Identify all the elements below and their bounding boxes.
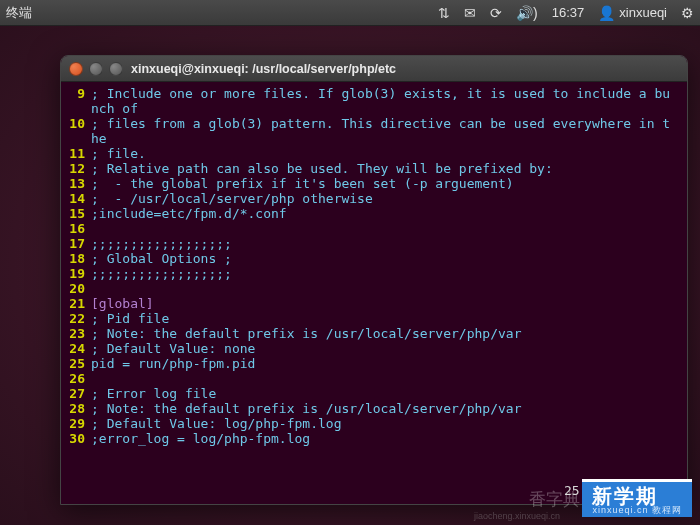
- line-number: 28: [65, 401, 91, 416]
- code-line: 21[global]: [65, 296, 683, 311]
- code-line: 19;;;;;;;;;;;;;;;;;;: [65, 266, 683, 281]
- line-number: [65, 101, 91, 116]
- close-button[interactable]: [69, 62, 83, 76]
- code-text: [global]: [91, 296, 154, 311]
- line-number: 20: [65, 281, 91, 296]
- code-line: he: [65, 131, 683, 146]
- network-icon[interactable]: ⇅: [438, 5, 450, 21]
- line-number: 25: [65, 356, 91, 371]
- code-line: 10; files from a glob(3) pattern. This d…: [65, 116, 683, 131]
- code-text: ;;;;;;;;;;;;;;;;;;: [91, 236, 232, 251]
- code-text: ; Relative path can also be used. They w…: [91, 161, 553, 176]
- line-number: 27: [65, 386, 91, 401]
- code-line: 16: [65, 221, 683, 236]
- code-text: ; Pid file: [91, 311, 169, 326]
- code-line: 17;;;;;;;;;;;;;;;;;;: [65, 236, 683, 251]
- code-text: ; - the global prefix if it's been set (…: [91, 176, 514, 191]
- code-line: 27; Error log file: [65, 386, 683, 401]
- line-number: 23: [65, 326, 91, 341]
- code-line: 28; Note: the default prefix is /usr/loc…: [65, 401, 683, 416]
- code-text: ;;;;;;;;;;;;;;;;;;: [91, 266, 232, 281]
- code-line: 13; - the global prefix if it's been set…: [65, 176, 683, 191]
- code-line: 30;error_log = log/php-fpm.log: [65, 431, 683, 446]
- terminal-body[interactable]: 9; Include one or more files. If glob(3)…: [61, 82, 687, 504]
- watermark-url: jiaocheng.xinxueqi.cn: [474, 511, 560, 521]
- code-text: ; Default Value: none: [91, 341, 255, 356]
- line-number: 17: [65, 236, 91, 251]
- code-line: 15;include=etc/fpm.d/*.conf: [65, 206, 683, 221]
- line-number: 21: [65, 296, 91, 311]
- sync-icon[interactable]: ⟳: [490, 5, 502, 21]
- watermark-sub: xinxueqi.cn 教程网: [592, 506, 682, 515]
- code-text: ; Note: the default prefix is /usr/local…: [91, 401, 521, 416]
- line-number: 19: [65, 266, 91, 281]
- code-line: 9; Include one or more files. If glob(3)…: [65, 86, 683, 101]
- system-topbar: 终端 ⇅ ✉ ⟳ 🔊) 16:37 👤 xinxueqi ⚙: [0, 0, 700, 26]
- line-number: 16: [65, 221, 91, 236]
- code-line: 26: [65, 371, 683, 386]
- line-number: 13: [65, 176, 91, 191]
- line-number: 14: [65, 191, 91, 206]
- clock[interactable]: 16:37: [552, 5, 585, 20]
- terminal-window: xinxueqi@xinxueqi: /usr/local/server/php…: [60, 55, 688, 505]
- user-icon: 👤: [598, 5, 615, 21]
- code-line: 18; Global Options ;: [65, 251, 683, 266]
- maximize-button[interactable]: [109, 62, 123, 76]
- line-number: 26: [65, 371, 91, 386]
- code-line: 24; Default Value: none: [65, 341, 683, 356]
- watermark-main: 新学期: [592, 485, 658, 507]
- line-number: 11: [65, 146, 91, 161]
- line-number: 18: [65, 251, 91, 266]
- code-line: 11; file.: [65, 146, 683, 161]
- code-line: 20: [65, 281, 683, 296]
- line-number: 30: [65, 431, 91, 446]
- gear-icon[interactable]: ⚙: [681, 5, 694, 21]
- code-text: ; Default Value: log/php-fpm.log: [91, 416, 341, 431]
- minimize-button[interactable]: [89, 62, 103, 76]
- window-titlebar[interactable]: xinxueqi@xinxueqi: /usr/local/server/php…: [61, 56, 687, 82]
- code-text: pid = run/php-fpm.pid: [91, 356, 255, 371]
- code-line: 22; Pid file: [65, 311, 683, 326]
- window-title: xinxueqi@xinxueqi: /usr/local/server/php…: [131, 62, 396, 76]
- code-text: ; Error log file: [91, 386, 216, 401]
- line-number: 9: [65, 86, 91, 101]
- volume-icon[interactable]: 🔊): [516, 5, 538, 21]
- line-number: 24: [65, 341, 91, 356]
- code-line: 25pid = run/php-fpm.pid: [65, 356, 683, 371]
- code-text: ; files from a glob(3) pattern. This dir…: [91, 116, 670, 131]
- code-text: ;include=etc/fpm.d/*.conf: [91, 206, 287, 221]
- watermark-ghost: 香字典: [529, 488, 580, 511]
- line-number: [65, 131, 91, 146]
- line-number: 22: [65, 311, 91, 326]
- code-line: 14; - /usr/local/server/php otherwise: [65, 191, 683, 206]
- line-number: 12: [65, 161, 91, 176]
- username-label[interactable]: xinxueqi: [619, 5, 667, 20]
- code-line: 12; Relative path can also be used. They…: [65, 161, 683, 176]
- code-text: ; - /usr/local/server/php otherwise: [91, 191, 373, 206]
- watermark-logo: 新学期 xinxueqi.cn 教程网: [582, 479, 692, 517]
- code-text: nch of: [91, 101, 138, 116]
- line-number: 29: [65, 416, 91, 431]
- code-line: 23; Note: the default prefix is /usr/loc…: [65, 326, 683, 341]
- code-text: ;error_log = log/php-fpm.log: [91, 431, 310, 446]
- line-number: 15: [65, 206, 91, 221]
- code-text: ; Note: the default prefix is /usr/local…: [91, 326, 521, 341]
- code-text: ; Global Options ;: [91, 251, 232, 266]
- code-text: ; Include one or more files. If glob(3) …: [91, 86, 670, 101]
- code-line: 29; Default Value: log/php-fpm.log: [65, 416, 683, 431]
- code-text: he: [91, 131, 107, 146]
- code-text: ; file.: [91, 146, 146, 161]
- line-number: 10: [65, 116, 91, 131]
- app-menu-label[interactable]: 终端: [6, 4, 32, 22]
- code-line: nch of: [65, 101, 683, 116]
- mail-icon[interactable]: ✉: [464, 5, 476, 21]
